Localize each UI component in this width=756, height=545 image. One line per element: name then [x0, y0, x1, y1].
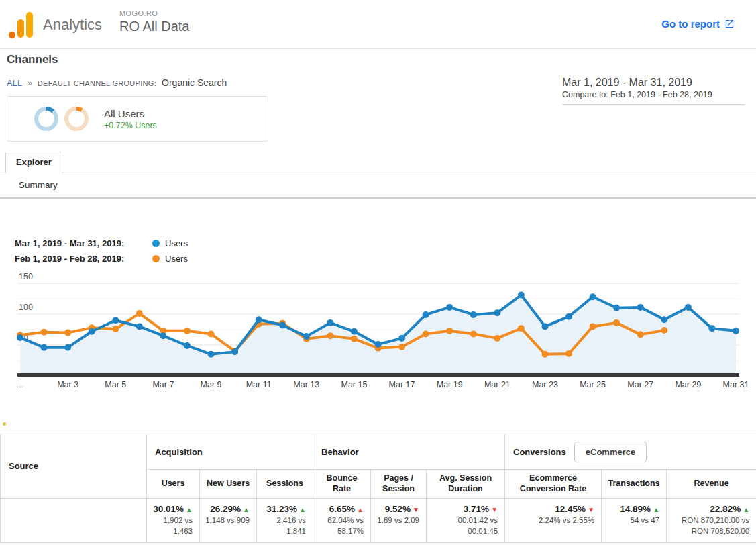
segment-card-all-users[interactable]: All Users +0.72% Users — [7, 96, 268, 142]
data-point[interactable] — [733, 328, 739, 334]
tab-divider — [0, 172, 756, 172]
total-value: 31.23%▲ — [260, 504, 306, 514]
data-point[interactable] — [708, 325, 715, 332]
tab-explorer[interactable]: Explorer — [5, 152, 62, 173]
group-header-conversions: Conversions eCommerce — [505, 434, 756, 470]
metrics-table: Source Acquisition Behavior Conversions … — [0, 434, 756, 543]
column-header-bounce-rate[interactable]: Bounce Rate — [313, 470, 371, 499]
total-comparison: 2.24% vs 2.55% — [508, 515, 594, 526]
data-point[interactable] — [184, 342, 191, 349]
data-point[interactable] — [398, 335, 405, 342]
date-range-selector[interactable]: Mar 1, 2019 - Mar 31, 2019 Compare to: F… — [562, 77, 745, 105]
column-header-users[interactable]: Users — [147, 470, 200, 499]
data-point[interactable] — [136, 323, 143, 330]
breadcrumb-separator: » — [28, 79, 32, 88]
subtab-summary[interactable]: Summary — [19, 180, 58, 190]
data-point[interactable] — [136, 310, 143, 317]
data-point[interactable] — [64, 344, 71, 351]
data-point[interactable] — [41, 344, 48, 351]
x-axis-label: Mar 15 — [341, 380, 367, 389]
data-point[interactable] — [303, 333, 310, 340]
total-value: 6.65%▲ — [316, 504, 364, 514]
open-in-new-icon — [724, 19, 735, 29]
x-axis-label: Mar 27 — [627, 380, 653, 389]
breadcrumb-all-link[interactable]: ALL — [7, 78, 22, 88]
data-point[interactable] — [518, 291, 525, 298]
breadcrumb-dimension-value: Organic Search — [162, 77, 227, 88]
data-point[interactable] — [446, 304, 453, 311]
data-point[interactable] — [89, 328, 95, 335]
data-point[interactable] — [112, 326, 119, 332]
column-header-new-users[interactable]: New Users — [200, 470, 257, 499]
loading-artifact — [3, 422, 6, 426]
data-point[interactable] — [208, 330, 215, 337]
data-point[interactable] — [231, 348, 238, 355]
data-point[interactable] — [351, 336, 358, 342]
data-point[interactable] — [423, 330, 429, 337]
x-axis-label: Mar 29 — [675, 380, 701, 389]
data-point[interactable] — [256, 316, 262, 323]
column-header-source[interactable]: Source — [1, 434, 147, 499]
total-value: 14.89%▲ — [604, 504, 659, 514]
data-point[interactable] — [494, 335, 500, 342]
total-sessions: 31.23%▲2,416 vs1,841 — [257, 499, 313, 543]
legend-series-primary: Users — [165, 238, 188, 248]
data-point[interactable] — [637, 304, 644, 311]
column-header-revenue[interactable]: Revenue — [667, 470, 756, 499]
data-point[interactable] — [327, 319, 333, 326]
data-point[interactable] — [208, 351, 215, 358]
data-point[interactable] — [494, 309, 500, 316]
data-point[interactable] — [470, 311, 477, 318]
legend-date-compare: Feb 1, 2019 - Feb 28, 2019: — [15, 254, 152, 264]
source-total-cell — [1, 499, 147, 543]
x-axis-label: Mar 11 — [246, 380, 272, 389]
x-axis-label: Mar 5 — [105, 380, 126, 389]
column-header-sessions[interactable]: Sessions — [257, 470, 313, 499]
data-point[interactable] — [184, 328, 191, 334]
data-point[interactable] — [351, 328, 358, 335]
go-to-report-link[interactable]: Go to report — [661, 18, 735, 30]
data-point[interactable] — [541, 351, 548, 358]
legend-date-primary: Mar 1, 2019 - Mar 31, 2019: — [15, 238, 152, 248]
trend-up-icon: ▲ — [743, 506, 749, 513]
data-point[interactable] — [565, 313, 572, 320]
data-point[interactable] — [661, 327, 667, 334]
data-point[interactable] — [518, 325, 525, 332]
data-point[interactable] — [470, 330, 477, 337]
segment-donut-icon-compare — [64, 107, 89, 131]
data-point[interactable] — [375, 341, 382, 348]
data-point[interactable] — [327, 332, 333, 339]
conversions-goal-dropdown[interactable]: eCommerce — [574, 442, 647, 462]
data-point[interactable] — [279, 322, 286, 329]
data-point[interactable] — [685, 304, 692, 311]
data-point[interactable] — [565, 350, 572, 357]
data-point[interactable] — [613, 319, 620, 326]
data-point[interactable] — [590, 293, 596, 300]
data-point[interactable] — [637, 331, 644, 338]
column-header-avg-session-duration[interactable]: Avg. Session Duration — [427, 470, 505, 499]
column-header-pages-session[interactable]: Pages / Session — [371, 470, 427, 499]
data-point[interactable] — [64, 330, 71, 336]
data-point[interactable] — [661, 316, 667, 323]
column-header-ecommerce-conversion-rate[interactable]: Ecommerce Conversion Rate — [505, 470, 602, 499]
trend-up-icon: ▲ — [299, 506, 306, 513]
data-point[interactable] — [446, 328, 453, 334]
data-point[interactable] — [41, 329, 48, 336]
column-header-transactions[interactable]: Transactions — [602, 470, 667, 499]
trend-up-icon: ▲ — [243, 506, 250, 513]
group-header-behavior: Behavior — [313, 434, 505, 470]
data-point[interactable] — [541, 323, 548, 330]
trend-up-icon: ▲ — [357, 506, 364, 513]
x-axis-label: Mar 21 — [484, 380, 510, 389]
total-value: 22.82%▲ — [669, 504, 749, 514]
data-point[interactable] — [613, 305, 620, 311]
analytics-logo-icon — [9, 12, 41, 38]
breadcrumb: ALL » DEFAULT CHANNEL GROUPING: Organic … — [7, 77, 227, 88]
data-point[interactable] — [17, 334, 23, 341]
data-point[interactable] — [112, 317, 119, 324]
data-point[interactable] — [398, 344, 405, 350]
data-point[interactable] — [590, 323, 596, 330]
users-chart[interactable]: 50100150...Mar 3Mar 5Mar 7Mar 9Mar 11Mar… — [7, 270, 749, 394]
data-point[interactable] — [423, 311, 429, 318]
data-point[interactable] — [160, 332, 166, 339]
